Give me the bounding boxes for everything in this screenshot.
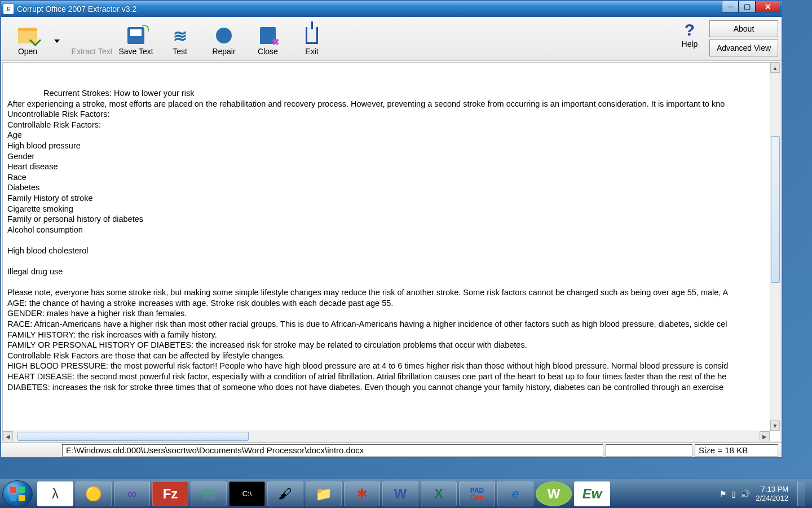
document-line: Illegal drug use — [7, 266, 770, 277]
close-doc-icon — [258, 25, 278, 46]
tray-clock[interactable]: 7:13 PM 2/24/2012 — [756, 485, 788, 503]
taskbar-app-lambda[interactable]: λ — [37, 481, 73, 506]
repair-label: Repair — [212, 47, 235, 56]
document-line: Controllable Risk Factors: — [7, 120, 770, 130]
document-line: AGE: the chance of having a stroke incre… — [7, 298, 770, 309]
extract-text-button: Extract Text — [70, 25, 114, 57]
status-mid — [606, 444, 692, 457]
document-line: Family or personal history of diabetes — [7, 214, 770, 225]
vertical-scrollbar[interactable]: ▲ ▼ — [770, 63, 780, 431]
save-text-label: Save Text — [118, 47, 153, 56]
taskbar-app-w[interactable]: W — [536, 481, 572, 506]
help-button[interactable]: ? Help — [674, 20, 705, 56]
tray-icons[interactable]: ⚑ ▯ 🔊 — [720, 489, 750, 498]
title-bar[interactable]: E Corrupt Office 2007 Extractor v3.2 ─ ▢… — [1, 1, 782, 17]
document-line: High blood pressure — [7, 141, 770, 151]
help-label: Help — [682, 40, 698, 49]
window-title: Corrupt Office 2007 Extractor v3.2 — [17, 5, 136, 14]
extract-text-label: Extract Text — [72, 47, 113, 56]
scroll-right-icon[interactable]: ▶ — [760, 431, 770, 441]
document-line: Please note, everyone has some stroke ri… — [7, 287, 770, 298]
taskbar-app-filezilla[interactable]: Fz — [152, 481, 188, 506]
tray-time: 7:13 PM — [756, 485, 788, 494]
taskbar-app-splat[interactable]: ✱ — [344, 481, 380, 506]
repair-button[interactable]: Repair — [202, 25, 246, 57]
open-button[interactable]: Open — [6, 25, 50, 57]
scroll-up-icon[interactable]: ▲ — [770, 63, 780, 73]
extract-text-icon — [82, 25, 102, 46]
toolbar: Open Extract Text Save Text ≋ Test Repai… — [1, 17, 782, 61]
taskbar-app-infinity[interactable]: ∞ — [114, 481, 150, 506]
save-text-button[interactable]: Save Text — [114, 25, 158, 57]
open-label: Open — [18, 47, 37, 56]
tray-date: 2/24/2012 — [756, 494, 788, 503]
exit-button[interactable]: Exit — [290, 25, 334, 57]
document-line: DIABETES: increases the risk for stroke … — [7, 382, 770, 393]
document-text[interactable]: Recurrent Strokes: How to lower your ris… — [3, 63, 770, 431]
horizontal-scrollbar[interactable]: ◀ ▶ — [3, 431, 770, 441]
document-line: FAMILY HISTORY: the risk increases with … — [7, 330, 770, 340]
document-line: After experiencing a stroke, most effort… — [7, 99, 770, 110]
document-line: RACE: African-Americans have a higher ri… — [7, 319, 770, 330]
app-window: E Corrupt Office 2007 Extractor v3.2 ─ ▢… — [0, 0, 783, 458]
taskbar-app-padgen[interactable]: PADGen — [459, 481, 495, 506]
document-line — [7, 256, 770, 267]
taskbar-app-word[interactable]: W — [382, 481, 418, 506]
test-icon: ≋ — [170, 25, 190, 46]
document-line: Alcohol consumption — [7, 225, 770, 235]
document-line: FAMILY OR PERSONAL HISTORY OF DIABETES: … — [7, 340, 770, 351]
taskbar-app-ie[interactable]: e — [497, 481, 533, 506]
taskbar-app-explorer[interactable]: 📁 — [306, 481, 342, 506]
open-icon — [17, 25, 38, 46]
document-line: Family History of stroke — [7, 193, 770, 204]
app-icon: E — [3, 4, 14, 14]
document-line: Diabetes — [7, 182, 770, 193]
taskbar-app-extractor[interactable]: Ew — [574, 481, 610, 506]
document-area: Recurrent Strokes: How to lower your ris… — [2, 62, 780, 441]
maximize-button[interactable]: ▢ — [739, 1, 756, 12]
document-line: Heart disease — [7, 161, 770, 172]
document-line: Recurrent Strokes: How to lower your ris… — [7, 88, 770, 99]
taskbar-app-chrome[interactable]: 🟡 — [76, 481, 112, 506]
exit-label: Exit — [305, 47, 318, 56]
document-line: Uncontrollable Risk Factors: — [7, 109, 770, 120]
document-line: HEART DISEASE: the second most powerful … — [7, 371, 770, 382]
document-line: High blood cholesterol — [7, 246, 770, 256]
document-line: Controllable Risk Factors are those that… — [7, 351, 770, 361]
tray-battery-icon[interactable]: ▯ — [731, 489, 736, 498]
exit-icon — [302, 25, 322, 46]
document-line: Race — [7, 172, 770, 183]
taskbar[interactable]: λ 🟡 ∞ Fz ▤ C:\ 🖌 📁 ✱ W X PADGen e W Ew ⚑… — [0, 479, 812, 508]
tray-flag-icon[interactable]: ⚑ — [720, 489, 727, 498]
status-bar: E:\Windows.old.000\Users\socrtwo\Documen… — [1, 443, 782, 457]
advanced-view-button[interactable]: Advanced View — [709, 40, 778, 56]
minimize-button[interactable]: ─ — [722, 1, 739, 12]
hscroll-thumb[interactable] — [17, 432, 249, 441]
about-button[interactable]: About — [709, 20, 778, 37]
close-label: Close — [258, 47, 278, 56]
window-close-button[interactable]: ✕ — [756, 1, 780, 12]
tray-volume-icon[interactable]: 🔊 — [740, 489, 750, 498]
document-line — [7, 235, 770, 246]
document-line: HIGH BLOOD PRESSURE: the most powerful r… — [7, 361, 770, 371]
start-button[interactable] — [2, 480, 33, 507]
help-icon: ? — [685, 20, 695, 40]
taskbar-app-cmd[interactable]: C:\ — [229, 481, 265, 506]
show-desktop-button[interactable] — [797, 481, 805, 506]
document-line — [7, 277, 770, 288]
save-icon — [126, 25, 146, 46]
close-button[interactable]: Close — [246, 25, 290, 57]
system-tray[interactable]: ⚑ ▯ 🔊 7:13 PM 2/24/2012 — [720, 481, 810, 506]
status-size: Size = 18 KB — [695, 444, 778, 457]
scroll-left-icon[interactable]: ◀ — [3, 431, 13, 441]
open-dropdown-icon[interactable] — [54, 40, 60, 43]
document-line: Age — [7, 130, 770, 141]
test-button[interactable]: ≋ Test — [158, 25, 202, 57]
taskbar-app-excel[interactable]: X — [421, 481, 457, 506]
vscroll-thumb[interactable] — [771, 136, 780, 283]
scroll-down-icon[interactable]: ▼ — [770, 421, 780, 431]
taskbar-app-notepad[interactable]: ▤ — [191, 481, 227, 506]
taskbar-app-paint[interactable]: 🖌 — [267, 481, 303, 506]
windows-logo-icon — [10, 487, 25, 501]
test-label: Test — [173, 47, 187, 56]
